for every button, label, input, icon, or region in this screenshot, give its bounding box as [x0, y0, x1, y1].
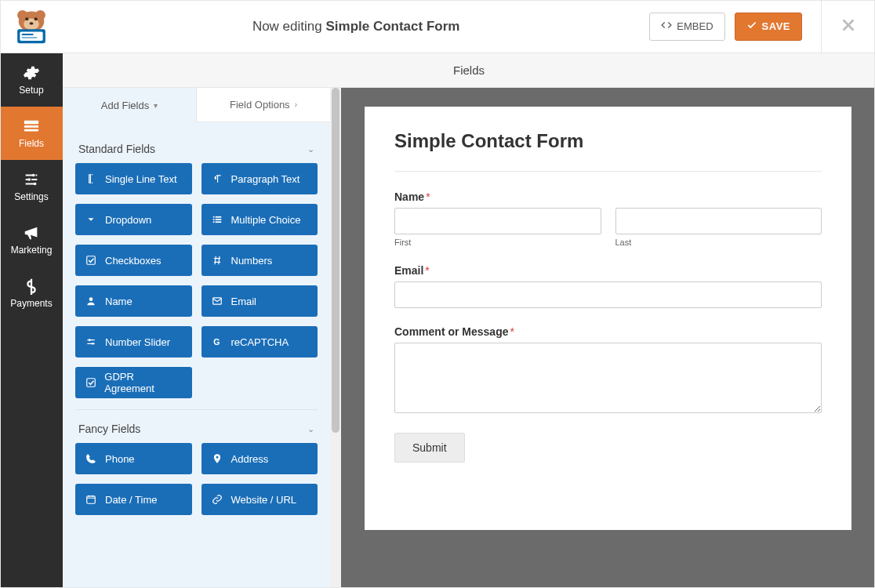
svg-point-26 [89, 297, 93, 301]
section-header: Fields [63, 53, 875, 88]
sidebar-label: Payments [10, 298, 52, 309]
chevron-down-icon: ⌄ [307, 424, 314, 434]
group-title: Standard Fields [78, 143, 155, 155]
sidebar-item-fields[interactable]: Fields [0, 107, 63, 160]
field-type-date-time[interactable]: Date / Time [75, 484, 192, 515]
field-name[interactable]: Name* First Last [394, 191, 822, 247]
svg-rect-20 [212, 219, 214, 220]
svg-rect-33 [87, 496, 96, 503]
topbar: Now editing Simple Contact Form EMBED SA… [0, 0, 875, 53]
svg-point-17 [27, 178, 31, 181]
form-preview[interactable]: Simple Contact Form Name* First Last Ema… [365, 107, 851, 530]
close-button[interactable] [834, 16, 862, 36]
list-icon [211, 213, 223, 226]
hash-icon [211, 254, 223, 267]
bullhorn-icon [23, 224, 40, 241]
check-square-icon [85, 376, 96, 389]
field-type-numbers[interactable]: Numbers [202, 245, 318, 276]
bear-logo-icon [11, 6, 52, 47]
svg-rect-10 [22, 37, 38, 38]
name-label: Name* [394, 191, 822, 203]
phone-icon [85, 452, 97, 465]
sidebar-item-setup[interactable]: Setup [0, 53, 63, 107]
field-label: Multiple Choice [231, 214, 301, 226]
save-label: SAVE [762, 20, 790, 32]
svg-point-16 [32, 174, 35, 177]
svg-rect-23 [215, 219, 221, 220]
field-type-address[interactable]: Address [202, 443, 318, 474]
separator [821, 0, 822, 53]
scrollbar-thumb[interactable] [332, 88, 339, 433]
sidebar-label: Setup [19, 85, 43, 96]
field-label: Single Line Text [105, 173, 177, 185]
field-type-number-slider[interactable]: Number Slider [75, 326, 192, 358]
sliders-icon [23, 171, 40, 188]
field-comment[interactable]: Comment or Message* [394, 325, 822, 416]
chevron-down-icon: ▾ [154, 101, 158, 110]
field-type-paragraph-text[interactable]: Paragraph Text [202, 163, 318, 194]
email-label: Email* [394, 264, 822, 277]
tab-label: Add Fields [101, 100, 149, 111]
envelope-icon [211, 295, 223, 307]
sidebar-label: Marketing [11, 245, 53, 256]
field-grid: PhoneAddressDate / TimeWebsite / URL [75, 443, 318, 526]
last-name-input[interactable] [615, 208, 822, 234]
email-input[interactable] [394, 281, 822, 308]
field-label: Dropdown [105, 214, 151, 226]
link-icon [211, 493, 223, 506]
map-pin-icon [211, 452, 223, 465]
check-square-icon [85, 254, 97, 267]
code-icon [661, 20, 672, 33]
tab-field-options[interactable]: Field Options › [196, 88, 330, 122]
tab-add-fields[interactable]: Add Fields ▾ [63, 88, 196, 122]
submit-button[interactable]: Submit [394, 433, 465, 463]
user-icon [85, 295, 97, 307]
sidebar-item-settings[interactable]: Settings [0, 160, 63, 213]
svg-rect-13 [24, 121, 38, 125]
gear-icon [23, 64, 40, 82]
field-type-dropdown[interactable]: Dropdown [75, 204, 192, 235]
group-header[interactable]: Standard Fields⌄ [75, 136, 318, 163]
page-title: Now editing Simple Contact Form [63, 19, 649, 34]
sidebar-item-payments[interactable]: Payments [0, 267, 63, 320]
scrollbar[interactable] [330, 88, 341, 588]
sidebar-item-marketing[interactable]: Marketing [0, 213, 63, 267]
chevron-down-icon: ⌄ [307, 144, 314, 154]
chevron-right-icon: › [295, 100, 297, 109]
field-type-recaptcha[interactable]: GreCAPTCHA [202, 326, 318, 358]
field-label: Checkboxes [105, 255, 162, 267]
field-label: Numbers [231, 255, 273, 267]
field-type-website-url[interactable]: Website / URL [202, 484, 318, 515]
first-name-input[interactable] [394, 208, 601, 234]
sliders-icon [85, 336, 97, 348]
group-header[interactable]: Fancy Fields⌄ [75, 409, 318, 443]
svg-rect-8 [20, 31, 42, 40]
form-title: Simple Contact Form [394, 130, 822, 172]
embed-button[interactable]: EMBED [649, 13, 724, 41]
required-marker: * [425, 264, 429, 277]
top-actions: EMBED SAVE [649, 0, 862, 53]
sidebar-label: Settings [14, 191, 48, 202]
palette-body: Standard Fields⌄Single Line TextParagrap… [63, 122, 330, 588]
field-type-multiple-choice[interactable]: Multiple Choice [202, 204, 318, 235]
last-sublabel: Last [615, 238, 822, 247]
tab-label: Field Options [230, 99, 290, 111]
field-type-single-line-text[interactable]: Single Line Text [75, 163, 192, 194]
svg-rect-21 [212, 221, 214, 223]
field-type-name[interactable]: Name [75, 285, 192, 317]
comment-textarea[interactable] [394, 343, 822, 413]
field-type-email[interactable]: Email [202, 285, 318, 317]
caret-down-icon [85, 213, 97, 226]
comment-label: Comment or Message* [394, 325, 822, 338]
palette-wrap: Add Fields ▾ Field Options › Standard Fi… [63, 88, 341, 588]
svg-point-6 [30, 22, 34, 24]
field-type-checkboxes[interactable]: Checkboxes [75, 245, 192, 276]
save-button[interactable]: SAVE [735, 13, 802, 41]
field-type-gdpr[interactable]: GDPR Agreement [75, 367, 192, 398]
field-label: GDPR Agreement [104, 371, 182, 394]
field-type-phone[interactable]: Phone [75, 443, 192, 474]
field-label: Email [231, 296, 257, 307]
field-email[interactable]: Email* [394, 264, 822, 308]
preview-area: Simple Contact Form Name* First Last Ema… [341, 88, 875, 588]
app-logo [0, 0, 63, 53]
